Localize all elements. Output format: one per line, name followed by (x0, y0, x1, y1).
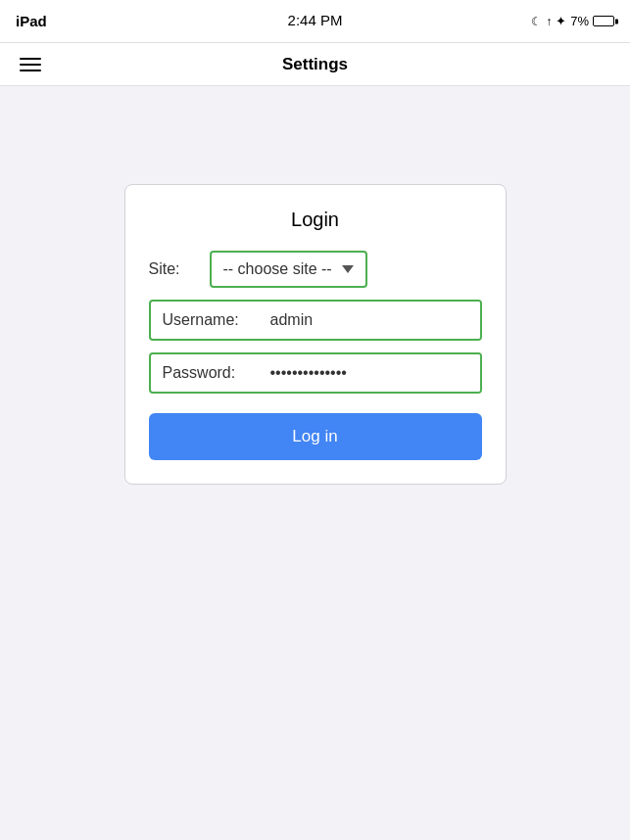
moon-icon: ☾ (531, 15, 542, 28)
login-button[interactable]: Log in (149, 413, 482, 460)
login-card: Login Site: -- choose site -- Username: … (124, 184, 507, 485)
username-row: Username: (149, 300, 482, 341)
bluetooth-icon: ✦ (556, 14, 566, 28)
username-input[interactable] (259, 302, 480, 339)
signal-arrow-icon: ↑ (546, 15, 552, 28)
hamburger-line-2 (20, 64, 41, 66)
password-input[interactable] (259, 354, 480, 392)
status-time: 2:44 PM (288, 12, 343, 28)
nav-bar: Settings (0, 43, 630, 86)
chevron-down-icon (342, 265, 354, 273)
hamburger-line-3 (20, 70, 41, 71)
login-title: Login (149, 209, 482, 231)
main-content: Login Site: -- choose site -- Username: … (0, 86, 630, 840)
site-row: Site: -- choose site -- (149, 251, 482, 288)
password-label: Password: (151, 354, 259, 392)
site-label: Site: (149, 260, 198, 278)
site-select-text: -- choose site -- (223, 260, 332, 278)
hamburger-menu-button[interactable] (16, 54, 45, 75)
status-bar: iPad 2:44 PM ☾ ↑ ✦ 7% (0, 0, 630, 43)
status-icons: ☾ ↑ ✦ 7% (531, 14, 614, 28)
device-name: iPad (16, 13, 47, 29)
hamburger-line-1 (20, 58, 41, 60)
site-select[interactable]: -- choose site -- (210, 251, 367, 288)
password-row: Password: (149, 352, 482, 394)
battery-icon (593, 16, 614, 26)
page-title: Settings (282, 55, 348, 74)
username-label: Username: (151, 302, 259, 339)
battery-percent: 7% (570, 14, 589, 28)
